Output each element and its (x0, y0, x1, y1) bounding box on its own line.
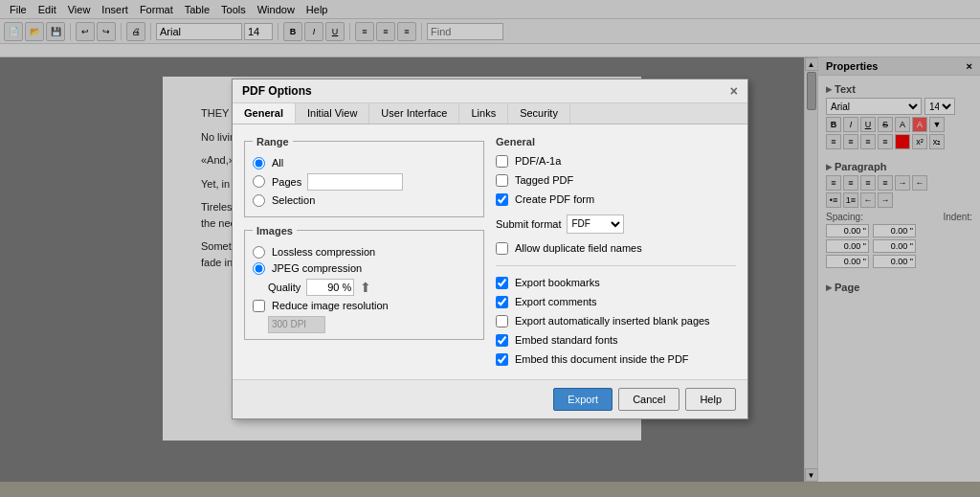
embed-doc-label[interactable]: Embed this document inside the PDF (496, 353, 689, 366)
quality-label: Quality (268, 282, 301, 293)
export-bookmarks-checkbox[interactable] (496, 277, 508, 289)
range-selection-label[interactable]: Selection (253, 194, 315, 207)
range-legend: Range (253, 136, 293, 147)
lossless-row: Lossless compression (253, 246, 476, 259)
tab-general[interactable]: General (233, 103, 296, 124)
allow-duplicate-label[interactable]: Allow duplicate field names (496, 242, 642, 255)
tagged-pdf-row: Tagged PDF (496, 174, 736, 187)
dialog-title-text: PDF Options (242, 84, 312, 98)
export-comments-label[interactable]: Export comments (496, 296, 597, 308)
range-pages-radio[interactable] (253, 175, 265, 188)
cancel-button[interactable]: Cancel (618, 388, 679, 411)
jpeg-radio[interactable] (253, 262, 265, 275)
export-bookmarks-row: Export bookmarks (496, 277, 736, 289)
allow-duplicate-checkbox[interactable] (496, 242, 508, 255)
submit-format-row: Submit format FDF PDF HTML XML (496, 215, 736, 234)
jpeg-label[interactable]: JPEG compression (253, 262, 362, 275)
dpi-row (268, 316, 476, 333)
reduce-resolution-row: Reduce image resolution (253, 300, 476, 312)
dialog-title-bar: PDF Options × (233, 79, 747, 103)
tab-links[interactable]: Links (459, 103, 508, 124)
quality-spinner[interactable]: ⬆ (360, 280, 371, 295)
range-all-radio[interactable] (253, 157, 265, 169)
tagged-pdf-checkbox[interactable] (496, 174, 508, 187)
quality-input[interactable] (306, 279, 354, 296)
create-form-row: Create PDF form (496, 193, 736, 206)
dialog-right-col: General PDF/A-1a Tagged PDF (496, 136, 736, 368)
export-blank-label[interactable]: Export automatically inserted blank page… (496, 315, 710, 328)
reduce-resolution-checkbox[interactable] (253, 300, 265, 312)
submit-format-label: Submit format (496, 218, 561, 230)
embed-fonts-label[interactable]: Embed standard fonts (496, 334, 618, 347)
dialog-footer: Export Cancel Help (233, 379, 747, 418)
export-comments-row: Export comments (496, 296, 736, 308)
general-section-title: General (496, 136, 736, 147)
dialog-tabs: General Initial View User Interface Link… (233, 103, 747, 124)
range-selection-radio[interactable] (253, 194, 265, 207)
pdf-a-row: PDF/A-1a (496, 155, 736, 168)
tab-user-interface[interactable]: User Interface (369, 103, 459, 124)
export-button[interactable]: Export (553, 388, 612, 411)
range-all-row: All (253, 157, 476, 169)
range-pages-row: Pages (253, 173, 476, 191)
export-blank-row: Export automatically inserted blank page… (496, 315, 736, 328)
quality-row: Quality ⬆ (268, 279, 476, 296)
embed-fonts-checkbox[interactable] (496, 334, 508, 347)
embed-doc-row: Embed this document inside the PDF (496, 353, 736, 366)
export-blank-checkbox[interactable] (496, 315, 508, 328)
lossless-radio[interactable] (253, 246, 265, 259)
allow-duplicate-row: Allow duplicate field names (496, 242, 736, 255)
range-pages-label[interactable]: Pages (253, 175, 301, 188)
tab-security[interactable]: Security (508, 103, 570, 124)
dialog-body: Range All Pages (233, 124, 747, 379)
export-bookmarks-label[interactable]: Export bookmarks (496, 277, 600, 289)
pdf-a-label[interactable]: PDF/A-1a (496, 155, 561, 168)
dialog-close-btn[interactable]: × (730, 83, 738, 99)
pdf-a-checkbox[interactable] (496, 155, 508, 168)
tagged-pdf-label[interactable]: Tagged PDF (496, 174, 573, 187)
create-form-checkbox[interactable] (496, 193, 508, 206)
range-selection-row: Selection (253, 194, 476, 207)
tab-initial-view[interactable]: Initial View (296, 103, 369, 124)
dialog-overlay: PDF Options × General Initial View User … (0, 0, 980, 497)
pages-input[interactable] (307, 173, 403, 191)
dpi-input (268, 316, 325, 333)
separator (496, 265, 736, 266)
range-all-label[interactable]: All (253, 157, 283, 169)
lossless-label[interactable]: Lossless compression (253, 246, 375, 259)
images-legend: Images (253, 225, 297, 237)
general-options: PDF/A-1a Tagged PDF Create PDF form (496, 153, 736, 368)
jpeg-row: JPEG compression (253, 262, 476, 275)
export-comments-checkbox[interactable] (496, 296, 508, 308)
images-fieldset: Images Lossless compression JPEG compres… (244, 225, 484, 340)
create-form-label[interactable]: Create PDF form (496, 193, 594, 206)
embed-doc-checkbox[interactable] (496, 353, 508, 366)
embed-fonts-row: Embed standard fonts (496, 334, 736, 347)
help-button[interactable]: Help (685, 388, 736, 411)
range-fieldset: Range All Pages (244, 136, 484, 217)
submit-format-select[interactable]: FDF PDF HTML XML (567, 215, 624, 234)
pdf-options-dialog: PDF Options × General Initial View User … (232, 79, 748, 419)
reduce-resolution-label[interactable]: Reduce image resolution (253, 300, 389, 312)
dialog-left-col: Range All Pages (244, 136, 484, 368)
